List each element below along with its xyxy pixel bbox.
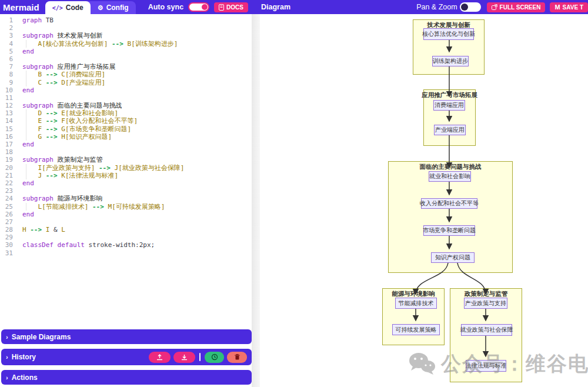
code-text: end (22, 141, 34, 148)
line-number: 27 (0, 218, 13, 226)
line-number: 30 (0, 241, 13, 249)
tab-code-label: Code (66, 4, 83, 12)
line-number: 28 (0, 226, 13, 233)
save-button[interactable]: M SAVE T (550, 2, 588, 12)
line-number: 23 (0, 187, 13, 195)
code-line: 18 (0, 148, 252, 156)
mermaid-icon: M (554, 4, 560, 11)
node-D: 产业端应用 (434, 125, 466, 135)
diagram-header: Diagram Pan & Zoom FULL SCREEN M SAVE T (253, 0, 588, 14)
line-number: 25 (0, 203, 13, 211)
history-clock-icon (211, 353, 218, 361)
fullscreen-button[interactable]: FULL SCREEN (487, 2, 546, 12)
line-number: 10 (0, 86, 13, 94)
code-icon: </> (52, 5, 63, 11)
separator (199, 353, 201, 361)
download-history-button[interactable] (173, 352, 195, 363)
code-line: 3subgraph 技术发展与创新 (0, 32, 252, 39)
auto-sync-label: Auto sync (148, 3, 183, 11)
auto-sync-toggle[interactable] (188, 2, 209, 12)
code-line: 28H --> I & L (0, 226, 252, 233)
code-text: I[产业政策与支持] --> J[就业政策与社会保障] (22, 164, 184, 172)
editor-tabs: </> Code ⚙ Config (45, 1, 136, 14)
code-line: 17end (0, 141, 252, 148)
line-number: 31 (0, 249, 13, 257)
line-number: 1 (0, 16, 13, 24)
document-icon (219, 4, 224, 11)
line-number: 7 (0, 63, 13, 71)
code-line: 9 C --> D[产业端应用] (0, 79, 252, 86)
code-text: C --> D[产业端应用] (22, 79, 105, 86)
line-number: 4 (0, 40, 13, 48)
code-line: 2 (0, 24, 252, 32)
code-text: L[节能减排技术] --> M[可持续发展策略] (22, 203, 165, 211)
node-F: 收入分配和社会不平等 (421, 198, 477, 209)
diagram-pane: 技术发展与创新 应用推广与市场拓展 面临的主要问题与挑战 能源与环境影响 政策制… (260, 14, 588, 387)
code-line: 1graph TB (0, 16, 252, 24)
code-line: 19subgraph 政策制定与监管 (0, 156, 252, 164)
line-number: 19 (0, 156, 13, 164)
node-B: 训练架构进步 (432, 56, 469, 66)
line-number: 17 (0, 141, 13, 148)
code-line: 10end (0, 86, 252, 94)
code-text: subgraph 应用推广与市场拓展 (22, 63, 116, 71)
code-text: E --> F[收入分配和社会不平等] (22, 117, 138, 125)
code-line: 14 E --> F[收入分配和社会不平等] (0, 117, 252, 125)
toggle-knob (461, 4, 468, 11)
docs-label: DOCS (226, 4, 243, 11)
pane-divider[interactable] (252, 14, 260, 387)
line-number: 22 (0, 179, 13, 187)
fullscreen-label: FULL SCREEN (500, 4, 541, 11)
code-editor[interactable]: 1graph TB23subgraph 技术发展与创新4 A[核心算法优化与创新… (0, 14, 252, 329)
pan-zoom-toggle[interactable] (460, 2, 481, 12)
delete-history-button[interactable] (227, 352, 247, 363)
code-line: 29 (0, 233, 252, 241)
upload-history-button[interactable] (149, 352, 171, 363)
restore-history-button[interactable] (205, 352, 224, 363)
code-text: F --> G[市场竞争和垄断问题] (22, 125, 131, 133)
chevron-right-icon: › (6, 333, 8, 341)
code-text: graph TB (22, 16, 54, 24)
wechat-icon (408, 352, 436, 376)
line-number: 18 (0, 148, 13, 156)
code-line: 16 G --> H[知识产权问题] (0, 133, 252, 141)
upload-icon (156, 354, 163, 361)
line-number: 21 (0, 172, 13, 179)
line-number: 20 (0, 164, 13, 172)
diagram-title: Diagram (261, 3, 290, 11)
code-text: subgraph 能源与环境影响 (22, 195, 103, 202)
line-number: 3 (0, 32, 13, 39)
code-line: 25 L[节能减排技术] --> M[可持续发展策略] (0, 203, 252, 211)
code-text: D --> E[就业和社会影响] (22, 109, 118, 117)
code-text: end (22, 48, 34, 55)
code-line: 27 (0, 218, 252, 226)
sample-diagrams-bar[interactable]: › Sample Diagrams (1, 329, 252, 344)
app-header: Mermaid </> Code ⚙ Config Auto sync DOCS (0, 0, 588, 14)
line-number: 13 (0, 109, 13, 117)
history-bar[interactable]: › History (1, 349, 252, 365)
code-line: 12subgraph 面临的主要问题与挑战 (0, 102, 252, 109)
line-number: 16 (0, 133, 13, 141)
node-E: 就业和社会影响 (429, 171, 471, 182)
app-logo: Mermaid (3, 2, 39, 12)
line-number: 29 (0, 233, 13, 241)
code-text: end (22, 179, 34, 187)
docs-button[interactable]: DOCS (214, 2, 248, 12)
node-H: 知识产权问题 (431, 252, 475, 263)
code-line: 6 (0, 55, 252, 63)
actions-bar[interactable]: › Actions (1, 370, 252, 385)
tab-config[interactable]: ⚙ Config (91, 1, 136, 14)
line-number: 2 (0, 24, 13, 32)
code-text: subgraph 政策制定与监管 (22, 156, 103, 164)
history-label: History (12, 353, 36, 361)
code-line: 22end (0, 179, 252, 187)
code-line: 7subgraph 应用推广与市场拓展 (0, 63, 252, 71)
code-line: 11 (0, 94, 252, 102)
code-line: 21 J --> K[法律法规与标准] (0, 172, 252, 179)
code-line: 4 A[核心算法优化与创新] --> B[训练架构进步] (0, 40, 252, 48)
chevron-right-icon: › (6, 374, 8, 381)
code-line: 24subgraph 能源与环境影响 (0, 195, 252, 202)
code-line: 20 I[产业政策与支持] --> J[就业政策与社会保障] (0, 164, 252, 172)
code-text: G --> H[知识产权问题] (22, 133, 112, 141)
tab-code[interactable]: </> Code (45, 1, 91, 14)
